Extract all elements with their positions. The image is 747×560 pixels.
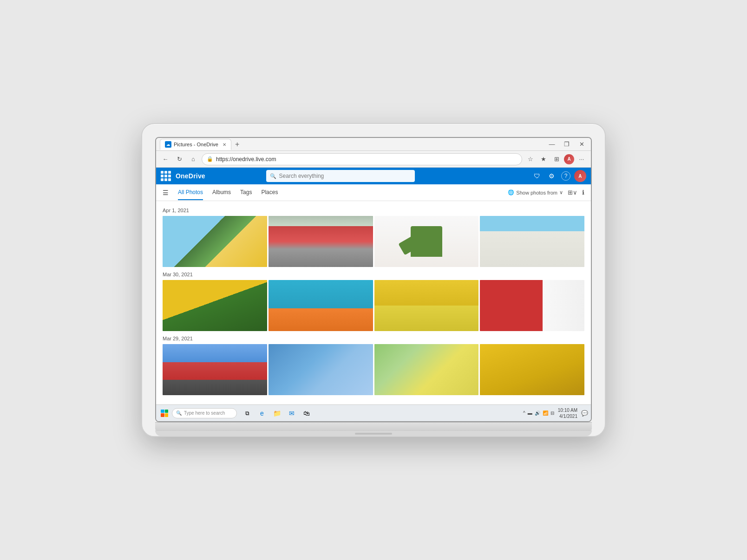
address-text: https://onedrive.live.com — [216, 156, 276, 163]
photo-blue-flowers[interactable] — [269, 344, 373, 395]
view-toggle-button[interactable]: ⊞∨ — [568, 189, 577, 196]
taskbar-app-edge[interactable]: e — [256, 407, 269, 420]
browser-more-button[interactable]: ··· — [576, 154, 587, 165]
photo-floral-mural[interactable] — [480, 280, 584, 331]
show-photos-caret-icon: ∨ — [559, 189, 563, 195]
tab-albums[interactable]: Albums — [212, 185, 231, 200]
start-button[interactable] — [159, 408, 170, 419]
photo-house[interactable] — [480, 216, 584, 267]
tray-battery-icon: ▬ — [528, 410, 532, 416]
date-label-mar30: Mar 30, 2021 — [163, 272, 584, 277]
laptop-screen: ☁ Pictures - OneDrive ✕ + — ❐ ✕ ← ↻ ⌂ 🔒 … — [155, 137, 592, 422]
laptop-base — [155, 422, 592, 430]
photo-basketball-player[interactable] — [269, 280, 373, 331]
onedrive-search-bar[interactable]: 🔍 Search everything — [266, 170, 415, 182]
show-photos-globe-icon: 🌐 — [508, 189, 514, 195]
tab-favicon: ☁ — [165, 141, 171, 148]
taskbar-date: 4/1/2021 — [558, 413, 577, 419]
window-controls: — ❐ ✕ — [546, 139, 587, 150]
back-button[interactable]: ← — [160, 154, 171, 165]
show-photos-label: Show photos from — [516, 190, 557, 195]
browser-nav-right-icons: ☆ ★ ⊞ A ··· — [525, 154, 587, 165]
photo-yellow-flowers[interactable] — [163, 216, 267, 267]
onedrive-appbar: OneDrive 🔍 Search everything 🛡 ⚙ ? A — [156, 168, 591, 184]
lock-icon: 🔒 — [207, 156, 213, 162]
help-icon[interactable]: ? — [561, 171, 570, 181]
window-minimize-button[interactable]: — — [546, 139, 557, 150]
tab-title: Pictures - OneDrive — [174, 142, 218, 147]
windows-logo-icon — [161, 410, 168, 417]
date-label-apr1: Apr 1, 2021 — [163, 208, 584, 213]
show-photos-dropdown[interactable]: 🌐 Show photos from ∨ — [508, 189, 563, 195]
tab-close-button[interactable]: ✕ — [223, 142, 226, 147]
photo-yellow-buildings[interactable] — [374, 280, 479, 331]
photos-nav-right: 🌐 Show photos from ∨ ⊞∨ ℹ — [508, 189, 584, 196]
trackpad-indicator — [355, 433, 392, 435]
tab-places[interactable]: Places — [261, 185, 278, 200]
system-tray-icons: ^ ▬ 🔊 📶 ⊟ — [523, 410, 554, 416]
tray-network-icon[interactable]: 📶 — [543, 410, 548, 416]
browser-titlebar: ☁ Pictures - OneDrive ✕ + — ❐ ✕ — [156, 138, 591, 151]
tray-volume-icon[interactable]: 🔊 — [535, 410, 540, 416]
tab-tags[interactable]: Tags — [240, 185, 252, 200]
window-close-button[interactable]: ✕ — [576, 139, 587, 150]
tray-caret-icon[interactable]: ^ — [523, 410, 525, 416]
nav-hamburger-button[interactable]: ☰ — [163, 189, 169, 196]
collections-icon[interactable]: ⊞ — [551, 154, 562, 165]
taskbar-pinned-apps: ⧉ e 📁 ✉ 🛍 — [241, 407, 313, 420]
browser-tab-active[interactable]: ☁ Pictures - OneDrive ✕ — [160, 139, 231, 150]
date-label-mar29: Mar 29, 2021 — [163, 336, 584, 341]
new-tab-button[interactable]: + — [233, 140, 241, 149]
laptop-bottom — [155, 430, 592, 436]
waffle-menu-button[interactable] — [161, 171, 171, 181]
photo-cactus[interactable] — [374, 216, 479, 267]
taskbar-app-store[interactable]: 🛍 — [300, 407, 313, 420]
photo-yellow-branches[interactable] — [480, 344, 584, 395]
onedrive-right-icons: 🛡 ⚙ ? A — [531, 170, 586, 182]
onedrive-logo: OneDrive — [176, 172, 205, 180]
taskbar-time: 10:10 AM — [558, 407, 577, 413]
address-bar[interactable]: 🔒 https://onedrive.live.com — [202, 153, 522, 165]
browser-profile-avatar[interactable]: A — [564, 154, 574, 164]
search-icon: 🔍 — [270, 173, 276, 179]
browser-navbar: ← ↻ ⌂ 🔒 https://onedrive.live.com ☆ ★ ⊞ … — [156, 151, 591, 168]
photo-grid-mar29 — [163, 344, 584, 395]
reload-button[interactable]: ↻ — [174, 154, 185, 165]
home-button[interactable]: ⌂ — [188, 154, 199, 165]
taskbar-datetime[interactable]: 10:10 AM 4/1/2021 — [558, 407, 577, 419]
window-maximize-button[interactable]: ❐ — [561, 139, 572, 150]
photo-content: Apr 1, 2021 Mar 30, 2021 Mar 29, 2021 — [156, 201, 591, 404]
notification-icon[interactable]: 💬 — [581, 410, 588, 417]
shield-icon[interactable]: 🛡 — [531, 170, 543, 182]
taskbar-app-explorer[interactable]: 📁 — [270, 407, 283, 420]
settings-icon[interactable]: ⚙ — [546, 170, 557, 182]
taskbar-search[interactable]: 🔍 Type here to search — [172, 408, 237, 418]
photo-succulents[interactable] — [374, 344, 479, 395]
taskbar-right-area: ^ ▬ 🔊 📶 ⊟ 10:10 AM 4/1/2021 💬 — [523, 407, 588, 419]
taskbar-search-icon: 🔍 — [176, 410, 182, 416]
photos-nav: ☰ All Photos Albums Tags Places 🌐 Show p… — [156, 184, 591, 201]
taskbar-search-text: Type here to search — [184, 410, 225, 416]
info-button[interactable]: ℹ — [582, 189, 584, 196]
laptop-frame: ☁ Pictures - OneDrive ✕ + — ❐ ✕ ← ↻ ⌂ 🔒 … — [141, 123, 606, 437]
photo-grid-apr1 — [163, 216, 584, 267]
photo-person-sitting[interactable] — [163, 344, 267, 395]
photo-skateboarder[interactable] — [269, 216, 373, 267]
taskbar-app-mail[interactable]: ✉ — [285, 407, 298, 420]
photo-green-leaves[interactable] — [163, 280, 267, 331]
taskbar-app-multitasking[interactable]: ⧉ — [241, 407, 254, 420]
windows-taskbar: 🔍 Type here to search ⧉ e 📁 ✉ 🛍 ^ ▬ 🔊 📶 … — [156, 404, 591, 421]
tray-action-center-icon[interactable]: ⊟ — [550, 410, 554, 416]
photo-grid-mar30 — [163, 280, 584, 331]
onedrive-user-avatar[interactable]: A — [574, 170, 586, 182]
favorites-filled-icon[interactable]: ★ — [538, 154, 549, 165]
favorites-icon[interactable]: ☆ — [525, 154, 536, 165]
search-placeholder: Search everything — [279, 173, 324, 179]
tab-all-photos[interactable]: All Photos — [178, 185, 203, 200]
